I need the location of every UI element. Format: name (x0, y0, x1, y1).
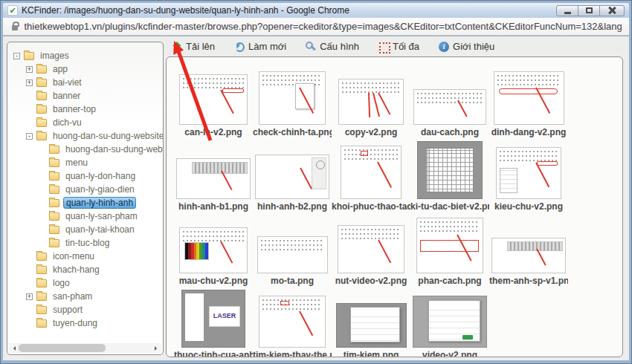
thumbnail-mark (535, 163, 549, 188)
file-item[interactable]: can-le-v2.png (174, 66, 253, 140)
tree-item-quan-ly-tai-khoan[interactable]: quan-ly-tai-khoan (7, 223, 163, 236)
file-item[interactable]: hinh-anh-b1.png (174, 140, 253, 215)
file-name: tim-kiem-thay-the.pn (253, 350, 332, 357)
tree-item-label: tin-tuc-blog (63, 237, 112, 249)
scroll-left-arrow-icon[interactable] (9, 343, 18, 353)
tree-item-tuyen-dung[interactable]: tuyen-dung (7, 316, 163, 330)
tree-item-label: menu (63, 157, 90, 169)
file-item[interactable]: video-v2.png (410, 289, 489, 357)
file-item[interactable]: dau-cach.png (410, 66, 489, 140)
window-titlebar[interactable]: ✔ KCFinder: /images/huong-dan-su-dung-we… (3, 3, 629, 18)
address-bar[interactable]: thietkewebtop1.vn/plugins/kcfinder-maste… (3, 18, 629, 36)
thumbnail-wrapper (416, 215, 483, 273)
thumbnail-wrapper (259, 66, 326, 125)
scroll-right-arrow-icon[interactable] (152, 343, 161, 353)
thumbnail-toolbar-line (262, 75, 322, 77)
thumbnail-wrapper (336, 289, 407, 348)
close-button[interactable] (599, 5, 625, 16)
maximize-button[interactable] (578, 5, 600, 16)
thumbnail-mark (220, 241, 233, 264)
tree-item-label: bai-viet (51, 77, 84, 88)
tree-item-quan-ly-don-hang[interactable]: quan-ly-don-hang (7, 169, 163, 183)
thumbnail-toolbar-line (341, 238, 401, 239)
file-item[interactable]: kieu-chu-v2.png (489, 140, 568, 215)
tree-item-label: san-pham (51, 290, 94, 302)
thumbnail-toolbar-line (500, 155, 558, 157)
tree-item-tin-tuc-blog[interactable]: tin-tuc-blog (7, 236, 163, 250)
file-name: khoi-phuc-thao-tac.p (332, 201, 410, 212)
tree-item-quan-ly-san-pham[interactable]: quan-ly-san-pham (7, 209, 163, 223)
tree-item-label: quan-ly-giao-dien (63, 183, 137, 195)
thumbnail-mark (300, 168, 312, 189)
file-item[interactable]: check-chinh-ta.png (253, 66, 332, 140)
file-thumbnail (494, 71, 564, 125)
file-item[interactable]: mo-ta.png (253, 215, 332, 289)
minimize-button[interactable] (556, 5, 578, 16)
kcfinder-favicon-icon: ✔ (7, 5, 18, 16)
folder-tree: -images+app+bai-vietbannerbanner-topdich… (7, 42, 163, 330)
minimize-icon (564, 12, 571, 14)
thumbnail-toolbar-line (500, 151, 558, 152)
tree-item-banner-top[interactable]: banner-top (7, 103, 163, 116)
file-item[interactable]: dinh-dang-v2.png (489, 66, 568, 140)
thumbnail-toolbar-line (261, 244, 324, 246)
toolbar-button-lam-moi[interactable]: Làm mới (234, 41, 286, 52)
tree-item-dich-vu[interactable]: dich-vu (7, 116, 163, 129)
file-item[interactable]: tim-kiem-thay-the.pn (253, 289, 332, 357)
tree-item-san-pham[interactable]: +san-pham (7, 290, 163, 303)
folder-icon (49, 212, 59, 221)
collapse-toggle-icon[interactable]: - (26, 133, 33, 140)
folder-icon (49, 239, 59, 247)
file-item[interactable]: mau-chu-v2.png (174, 215, 253, 289)
tree-item-khach-hang[interactable]: khach-hang (7, 263, 163, 276)
tree-item-images[interactable]: -images (7, 49, 163, 62)
tree-item-banner[interactable]: banner (7, 89, 163, 103)
tree-item-logo[interactable]: logo (7, 276, 163, 290)
thumbnail-mark (350, 307, 400, 342)
expand-toggle-icon[interactable]: + (26, 79, 33, 86)
tree-item-icon-menu[interactable]: icon-menu (7, 250, 163, 263)
expand-toggle-icon[interactable]: + (26, 293, 33, 300)
file-item[interactable]: hinh-anh-b2.png (253, 140, 332, 215)
tree-item-label: huong-dan-su-dung-website-tamph (63, 143, 164, 155)
tree-item-menu[interactable]: menu (7, 156, 163, 169)
file-item[interactable]: them-anh-sp-v1.png (489, 215, 568, 289)
toolbar-button-toi-đa[interactable]: Tối đa (378, 41, 419, 52)
file-item[interactable]: LASERthuoc-tinh-cua-anh-v (174, 289, 253, 357)
thumbnail-mark (312, 157, 326, 189)
tree-item-support[interactable]: support (7, 303, 163, 316)
thumbnail-mark (185, 293, 204, 341)
toolbar-button-label: Giới thiệu (453, 41, 494, 52)
thumbnail-mark (368, 93, 370, 117)
file-item[interactable]: phan-cach.png (410, 215, 489, 289)
tree-item-app[interactable]: +app (7, 62, 163, 76)
folder-tree-panel: -images+app+bai-vietbannerbanner-topdich… (7, 42, 164, 355)
tree-item-label: khach-hang (51, 264, 102, 276)
thumbnail-mark (378, 93, 390, 115)
tree-item-huong-dan-su-dung-website[interactable]: -huong-dan-su-dung-website (7, 129, 163, 143)
thumbnail-wrapper (338, 66, 404, 125)
file-item[interactable]: khoi-phuc-thao-tac.p (332, 140, 410, 215)
tree-horizontal-scrollbar[interactable] (9, 343, 161, 353)
file-item[interactable]: tim-kiem.png (332, 289, 410, 357)
file-item[interactable]: nut-video-v2.png (332, 215, 410, 289)
tree-item-quan-ly-giao-dien[interactable]: quan-ly-giao-dien (7, 183, 163, 196)
folder-icon (36, 105, 47, 114)
toolbar-button-cau-hinh[interactable]: Cấu hình (306, 41, 359, 52)
file-item[interactable]: copy-v2.png (332, 66, 410, 140)
file-name: ki-tu-dac-biet-v2.png (410, 201, 489, 212)
tree-item-huong-dan-su-dung-website-tamph[interactable]: huong-dan-su-dung-website-tamph (7, 143, 163, 156)
tree-item-bai-viet[interactable]: +bai-viet (7, 76, 163, 89)
toolbar-button-tai-len[interactable]: Tải lên (172, 41, 215, 52)
collapse-toggle-icon[interactable]: - (13, 53, 20, 59)
toolbar-button-gioi-thieu[interactable]: iGiới thiệu (439, 41, 494, 52)
tree-item-quan-ly-hinh-anh[interactable]: quan-ly-hinh-anh (7, 196, 163, 209)
file-item[interactable]: ki-tu-dac-biet-v2.png (410, 140, 489, 215)
file-thumbnail (496, 147, 561, 199)
thumbnail-toolbar-line (417, 102, 483, 103)
expand-toggle-icon[interactable]: + (26, 66, 33, 73)
thumbnail-toolbar-line (344, 149, 398, 151)
about-icon: i (439, 42, 449, 52)
thumbnail-toolbar-line (417, 97, 483, 99)
scrollbar-thumb[interactable] (19, 344, 106, 352)
